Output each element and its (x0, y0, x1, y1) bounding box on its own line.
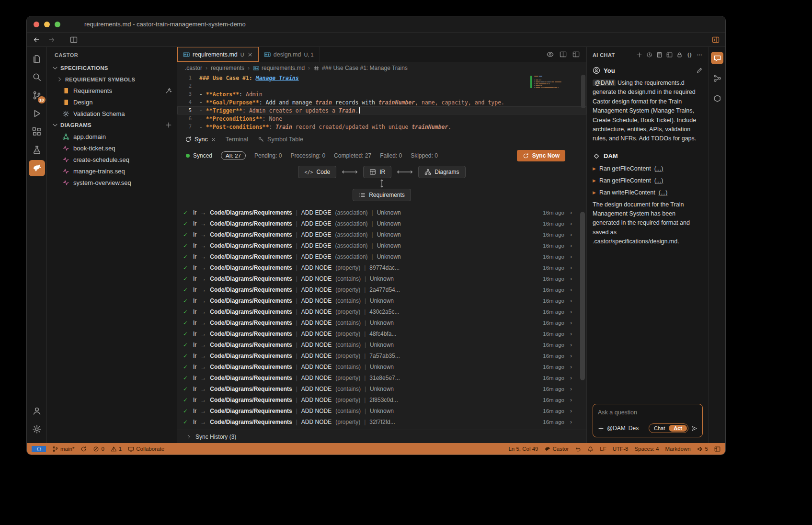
maximize-window-button[interactable] (55, 22, 60, 27)
code-line[interactable]: 6- **Preconditions**: None (177, 114, 586, 123)
activity-source-control-icon[interactable]: 10 (29, 87, 45, 103)
sync-event-row[interactable]: ✓Ir→Code/Diagrams/Requirements|ADD NODE(… (181, 416, 574, 427)
tool-call-args-link[interactable]: (...) (654, 165, 663, 172)
sync-filter-failed[interactable]: Failed: 0 (380, 152, 402, 159)
sync-event-row[interactable]: ✓Ir→Code/Diagrams/Requirements|ADD NODE(… (181, 405, 574, 416)
edit-message-icon[interactable] (696, 67, 703, 74)
code-line[interactable]: 5- **Trigger**: Admin creates or updates… (177, 106, 586, 114)
sync-event-row[interactable]: ✓Ir→Code/Diagrams/Requirements|ADD NODE(… (181, 317, 574, 328)
tree-item-create-schedule-seq[interactable]: create-schedule.seq (47, 154, 177, 165)
add-context-icon[interactable] (598, 425, 604, 432)
tab-design.md[interactable]: design.mdU, 1 (259, 47, 320, 62)
breadcrumb-item[interactable]: requirements (211, 65, 244, 71)
statusbar-layout-icon[interactable] (714, 446, 721, 452)
editor-scrollbar[interactable] (581, 75, 585, 108)
split-editor-icon[interactable] (560, 51, 567, 58)
tool-call-row[interactable]: ▶Ran getFileContent(...) (593, 177, 703, 184)
expand-chevron-icon[interactable]: › (570, 320, 572, 326)
sync-event-row[interactable]: ✓Ir→Code/Diagrams/Requirements|ADD NODE(… (181, 350, 574, 361)
breadcrumb-item[interactable]: ### Use Case #1: Manage Trains (313, 65, 408, 71)
flow-node-ir[interactable]: IR (363, 166, 391, 178)
open-panel-icon[interactable] (712, 36, 720, 44)
tab-requirements.md[interactable]: requirements.mdU (177, 47, 259, 62)
statusbar-markdown[interactable]: Markdown (665, 446, 691, 452)
statusbar-castor[interactable]: Castor (544, 446, 569, 452)
columns-layout-icon[interactable] (70, 36, 78, 44)
history-icon[interactable] (646, 52, 652, 58)
expand-chevron-icon[interactable]: › (570, 408, 572, 414)
secondary-chat-bubble-icon[interactable] (711, 52, 723, 64)
sync-now-button[interactable]: Sync Now (517, 150, 565, 161)
tool-call-row[interactable]: ▶Ran getFileContent(...) (593, 165, 703, 172)
layout-icon[interactable] (666, 52, 673, 58)
sync-event-row[interactable]: ✓Ir→Code/Diagrams/Requirements|ADD EDGE(… (181, 251, 574, 262)
sync-filter-pending[interactable]: Pending: 0 (254, 152, 282, 159)
statusbar-sync-arrows-icon[interactable] (80, 446, 87, 452)
expand-chevron-icon[interactable]: › (570, 375, 572, 381)
code-editor[interactable]: 1### Use Case #1: Manage Trains23- **Act… (177, 74, 586, 131)
tree-item-app-domain[interactable]: app.domain (47, 131, 177, 142)
expand-chevron-icon[interactable]: › (570, 419, 572, 425)
expand-chevron-icon[interactable]: › (570, 275, 572, 282)
code-line[interactable]: 7- **Post-conditions**: Train record cre… (177, 123, 586, 131)
chat-mode-option[interactable]: Chat (650, 425, 669, 432)
lock-icon[interactable] (676, 52, 683, 58)
expand-chevron-icon[interactable]: › (570, 331, 572, 337)
sync-event-row[interactable]: ✓Ir→Code/Diagrams/Requirements|ADD NODE(… (181, 361, 574, 372)
sync-filter-skipped[interactable]: Skipped: 0 (411, 152, 438, 159)
statusbar-utf-8[interactable]: UTF-8 (613, 446, 629, 452)
breadcrumb-item[interactable]: .castor (185, 65, 202, 71)
activity-run-debug-icon[interactable] (29, 105, 45, 122)
expand-chevron-icon[interactable]: › (570, 386, 572, 392)
back-icon[interactable] (33, 36, 40, 44)
sync-event-row[interactable]: ✓Ir→Code/Diagrams/Requirements|ADD NODE(… (181, 383, 574, 394)
more-icon[interactable]: ⋯ (697, 52, 703, 58)
section-header-diagrams[interactable]: DIAGRAMS (47, 119, 177, 131)
code-line[interactable]: 3- **Actors**: Admin (177, 90, 586, 98)
minimap[interactable] (534, 76, 580, 89)
expand-chevron-icon[interactable]: › (570, 231, 572, 238)
activity-account-icon[interactable] (29, 403, 45, 419)
braces-icon[interactable]: {} (686, 52, 693, 58)
tool-call-row[interactable]: ▶Ran writeFileContent(...) (593, 189, 703, 196)
expand-chevron-icon[interactable]: › (570, 342, 572, 348)
statusbar-main-[interactable]: main* (52, 446, 74, 452)
code-line[interactable]: 4- **Goal/Purpose**: Add and manage trai… (177, 98, 586, 106)
tree-item-requirements[interactable]: Requirements (47, 85, 177, 96)
statusbar-collaborate[interactable]: Collaborate (128, 446, 164, 452)
code-line[interactable]: 1### Use Case #1: Manage Trains (177, 74, 586, 82)
close-panel-tab-icon[interactable] (211, 137, 216, 142)
expand-chevron-icon[interactable]: › (570, 353, 572, 359)
sync-event-row[interactable]: ✓Ir→Code/Diagrams/Requirements|ADD NODE(… (181, 306, 574, 317)
tool-call-args-link[interactable]: (...) (659, 189, 668, 196)
secondary-hexagon-icon[interactable] (711, 92, 723, 104)
panel-tab-sync[interactable]: Sync (185, 136, 216, 143)
secondary-flow-icon[interactable] (711, 72, 723, 84)
activity-files-icon[interactable] (29, 51, 45, 67)
panel-tab-terminal[interactable]: Terminal (226, 136, 248, 143)
activity-settings-gear-icon[interactable] (29, 421, 45, 437)
statusbar-undo-icon[interactable] (575, 446, 581, 452)
sync-event-row[interactable]: ✓Ir→Code/Diagrams/Requirements|ADD NODE(… (181, 273, 574, 284)
flow-node-code[interactable]: </>Code (298, 166, 336, 178)
tool-call-args-link[interactable]: (...) (654, 177, 663, 184)
input-mention-chip[interactable]: @DAM (607, 425, 626, 432)
expand-chevron-icon[interactable]: › (570, 364, 572, 370)
tree-item-validation-schema[interactable]: Validation Schema (47, 108, 177, 119)
sync-filter-all[interactable]: All: 27 (221, 151, 246, 160)
forward-icon[interactable] (48, 36, 56, 44)
expand-chevron-icon[interactable]: › (570, 308, 572, 315)
sync-event-row[interactable]: ✓Ir→Code/Diagrams/Requirements|ADD EDGE(… (181, 229, 574, 240)
sync-filter-completed[interactable]: Completed: 27 (334, 152, 371, 159)
flow-node-diagrams[interactable]: Diagrams (418, 166, 465, 178)
tree-item-design[interactable]: Design (47, 96, 177, 108)
sync-filter-processing[interactable]: Processing: 0 (290, 152, 325, 159)
section-header-specifications[interactable]: SPECIFICATIONS (47, 62, 177, 74)
tree-item-system-overview-seq[interactable]: system-overview.seq (47, 177, 177, 188)
statusbar-5[interactable]: 5 (697, 446, 708, 452)
statusbar-0[interactable]: 0 (93, 446, 104, 452)
expand-chevron-icon[interactable]: › (570, 297, 572, 304)
note-icon[interactable] (656, 52, 663, 58)
statusbar-ln-5-col-49[interactable]: Ln 5, Col 49 (508, 446, 538, 452)
activity-test-beaker-icon[interactable] (29, 142, 45, 158)
